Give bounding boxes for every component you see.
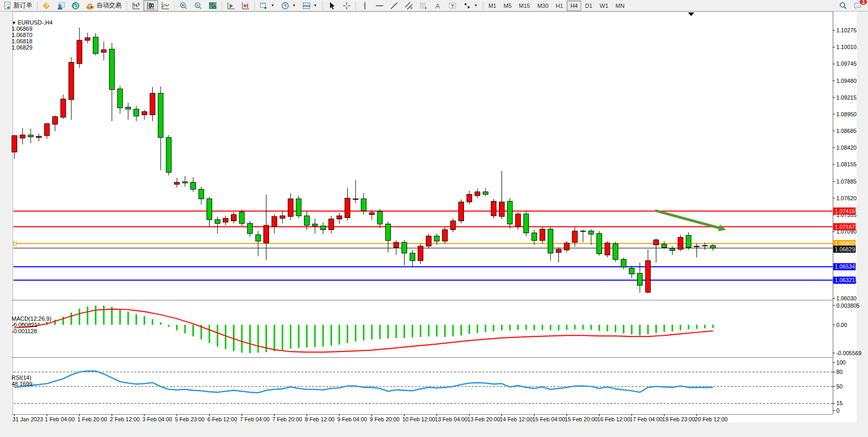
new-chart-button[interactable]: ▼ bbox=[256, 0, 278, 11]
autotrading-hat-icon bbox=[86, 2, 94, 10]
horizontal-line-tool[interactable] bbox=[372, 0, 387, 11]
clock-icon bbox=[281, 2, 289, 10]
trendline-tool[interactable] bbox=[387, 0, 401, 11]
navigator-button[interactable] bbox=[54, 0, 68, 11]
tile-windows-button[interactable] bbox=[205, 0, 220, 11]
svg-text:9 Feb 20:00: 9 Feb 20:00 bbox=[370, 416, 399, 422]
svg-text:1.07620: 1.07620 bbox=[836, 195, 857, 201]
market-watch-button[interactable] bbox=[39, 0, 54, 11]
svg-text:1.06030: 1.06030 bbox=[836, 295, 857, 301]
bars-chart-button[interactable] bbox=[129, 0, 143, 11]
svg-text:-0.005569: -0.005569 bbox=[836, 350, 861, 356]
svg-text:0.003805: 0.003805 bbox=[836, 302, 860, 309]
autotrading-button[interactable]: 自动交易 bbox=[83, 0, 125, 11]
svg-text:20 Feb 12:00: 20 Feb 12:00 bbox=[695, 416, 728, 422]
auto-scroll-button[interactable] bbox=[224, 0, 238, 11]
svg-text:5 Feb 23:00: 5 Feb 23:00 bbox=[175, 416, 204, 422]
autotrading-label: 自动交易 bbox=[96, 1, 121, 10]
svg-text:1.09745: 1.09745 bbox=[836, 61, 857, 67]
line-chart-icon bbox=[161, 2, 169, 10]
chart-canvas[interactable]: 1.102751.100101.097451.094801.092151.089… bbox=[0, 11, 868, 437]
svg-text:19 Feb 23:00: 19 Feb 23:00 bbox=[662, 416, 695, 422]
new-order-button[interactable]: 新订单 bbox=[0, 0, 35, 11]
timeframe-w1[interactable]: W1 bbox=[596, 1, 612, 11]
timeframe-h1[interactable]: H1 bbox=[552, 1, 567, 11]
macd-name: MACD(12,26,9) bbox=[11, 315, 51, 322]
svg-text:31 Jan 2023: 31 Jan 2023 bbox=[13, 416, 43, 422]
svg-text:1.08155: 1.08155 bbox=[836, 161, 857, 167]
data-window-button[interactable] bbox=[68, 0, 83, 11]
crosshair-tool-button[interactable] bbox=[339, 0, 354, 11]
svg-text:15 Feb 04:00: 15 Feb 04:00 bbox=[532, 416, 565, 422]
svg-text:1 Feb 20:00: 1 Feb 20:00 bbox=[77, 416, 107, 422]
zoom-in-icon bbox=[179, 2, 188, 10]
svg-text:15: 15 bbox=[836, 400, 842, 406]
svg-text:0: 0 bbox=[836, 407, 839, 414]
new-chart-icon bbox=[260, 2, 268, 10]
new-order-label: 新订单 bbox=[14, 1, 32, 10]
timeframe-m5[interactable]: M5 bbox=[500, 1, 515, 11]
rsi-value: 48.1699 bbox=[11, 381, 32, 387]
separator bbox=[37, 2, 38, 10]
timeframe-m15[interactable]: M15 bbox=[515, 1, 533, 11]
zoom-out-button[interactable] bbox=[191, 0, 205, 11]
new-order-icon bbox=[3, 2, 11, 10]
svg-text:7 Feb 20:00: 7 Feb 20:00 bbox=[272, 416, 302, 422]
templates-button[interactable]: ▼ bbox=[299, 0, 321, 11]
svg-text:1.07167: 1.07167 bbox=[835, 224, 855, 230]
navigator-person-icon bbox=[57, 2, 65, 10]
timeframe-m30[interactable]: M30 bbox=[534, 1, 552, 11]
svg-text:A: A bbox=[435, 2, 439, 9]
text-tool[interactable]: A bbox=[431, 0, 445, 11]
svg-text:1.10275: 1.10275 bbox=[836, 27, 857, 33]
svg-text:1.07416: 1.07416 bbox=[835, 208, 855, 214]
vertical-line-icon bbox=[361, 2, 369, 10]
trendline-icon bbox=[390, 2, 398, 10]
svg-text:7 Feb 04:00: 7 Feb 04:00 bbox=[240, 416, 270, 422]
fibonacci-tool[interactable]: F bbox=[416, 0, 431, 11]
svg-text:1.10010: 1.10010 bbox=[836, 44, 857, 50]
svg-text:100: 100 bbox=[836, 359, 846, 366]
candles-chart-button[interactable] bbox=[143, 0, 158, 11]
timeframe-h4[interactable]: H4 bbox=[567, 1, 581, 11]
notification-badge: 1 bbox=[859, 0, 867, 5]
channel-tool[interactable]: E bbox=[401, 0, 416, 11]
cursor-tool-button[interactable] bbox=[325, 0, 339, 11]
search-button[interactable] bbox=[836, 0, 850, 11]
quote-open: 1.06869 bbox=[11, 26, 32, 32]
timeframe-d1[interactable]: D1 bbox=[581, 1, 596, 11]
toolbar-grip bbox=[322, 2, 324, 10]
notifications-button[interactable]: 1 bbox=[850, 0, 865, 11]
chart-shift-icon bbox=[241, 2, 250, 10]
period-button[interactable]: ▼ bbox=[278, 0, 299, 11]
macd-main-value: -0.000621 bbox=[11, 322, 38, 328]
quote-close: 1.06829 bbox=[11, 44, 32, 51]
text-label-tool[interactable]: T bbox=[445, 0, 460, 11]
timeframe-bar: M1M5M15M30H1H4D1W1MN bbox=[485, 1, 628, 11]
vertical-line-tool[interactable] bbox=[358, 0, 372, 11]
chart-window[interactable]: 1.102751.100101.097451.094801.092151.089… bbox=[0, 11, 868, 437]
svg-text:14 Feb 12:00: 14 Feb 12:00 bbox=[500, 416, 533, 422]
chart-shift-button[interactable] bbox=[238, 0, 253, 11]
separator bbox=[483, 2, 483, 10]
svg-text:1.09215: 1.09215 bbox=[836, 94, 857, 101]
text-label-icon: T bbox=[448, 2, 457, 10]
macd-indicator-label: MACD(12,26,9) -0.000621 -0.001128 bbox=[5, 309, 52, 341]
macd-signal-value: -0.001128 bbox=[11, 328, 37, 334]
symbol-collapse-icon[interactable]: ▼ bbox=[11, 20, 17, 26]
svg-text:80: 80 bbox=[836, 369, 842, 375]
zoom-in-button[interactable] bbox=[176, 0, 191, 11]
svg-text:1.08950: 1.08950 bbox=[836, 111, 857, 117]
crosshair-icon bbox=[343, 2, 351, 10]
timeframe-m1[interactable]: M1 bbox=[485, 1, 500, 11]
arrows-tool[interactable]: ▼ bbox=[460, 0, 481, 11]
line-chart-button[interactable] bbox=[158, 0, 173, 11]
timeframe-mn[interactable]: MN bbox=[612, 1, 628, 11]
svg-text:13 Feb 04:00: 13 Feb 04:00 bbox=[435, 416, 468, 422]
svg-text:10 Feb 12:00: 10 Feb 12:00 bbox=[402, 416, 435, 422]
rsi-indicator-label: RSI(14) 48.1699 bbox=[5, 368, 32, 393]
zoom-out-icon bbox=[194, 2, 202, 10]
chart-header: ▼ EURUSD-,H4 1.06869 1.06870 1.06818 1.0… bbox=[5, 13, 54, 57]
separator bbox=[254, 2, 255, 10]
svg-text:16 Feb 12:00: 16 Feb 12:00 bbox=[597, 416, 630, 422]
